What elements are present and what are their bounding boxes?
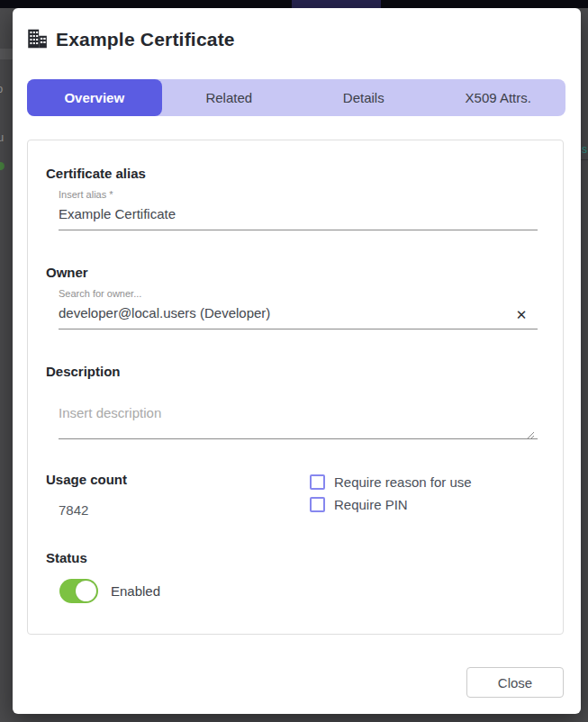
require-reason-label: Require reason for use	[334, 474, 472, 490]
require-reason-row: Require reason for use	[310, 473, 472, 491]
screen: o u s Example Cer	[0, 0, 588, 722]
owner-field-label: Search for owner...	[59, 288, 141, 299]
status-toggle[interactable]	[59, 579, 98, 603]
background-topbar-accent	[292, 0, 381, 8]
description-label: Description	[46, 364, 121, 379]
modal-title: Example Certificate	[56, 29, 235, 50]
certificate-alias-label: Certificate alias	[46, 166, 146, 181]
resize-handle-icon[interactable]	[525, 427, 535, 437]
background-remnant-text: s	[582, 144, 587, 155]
require-reason-checkbox[interactable]	[310, 474, 325, 490]
close-button[interactable]: Close	[466, 667, 564, 698]
description-textarea[interactable]	[59, 400, 538, 439]
background-remnant-text: o	[0, 83, 3, 95]
clear-owner-icon[interactable]: ✕	[512, 306, 530, 324]
tab-details[interactable]: Details	[296, 79, 431, 116]
building-icon	[25, 27, 49, 50]
usage-count-label: Usage count	[46, 472, 127, 487]
background-remnant-band	[0, 49, 13, 59]
status-label: Status	[46, 550, 87, 565]
require-pin-row: Require PIN	[310, 495, 408, 513]
require-pin-checkbox[interactable]	[310, 497, 325, 512]
tab-bar: Overview Related Details X509 Attrs.	[27, 79, 565, 116]
tab-x509-attrs[interactable]: X509 Attrs.	[431, 79, 566, 116]
status-toggle-label: Enabled	[111, 583, 160, 599]
usage-count-value: 7842	[59, 502, 88, 518]
certificate-alias-field-label: Insert alias *	[59, 189, 113, 200]
tab-overview[interactable]: Overview	[27, 79, 162, 116]
modal-header: Example Certificate	[13, 8, 581, 71]
owner-search-input[interactable]	[59, 302, 538, 329]
background-remnant-dot	[0, 162, 5, 170]
overview-form-card: Certificate alias Insert alias * Owner S…	[27, 140, 564, 635]
toggle-knob	[76, 581, 96, 601]
owner-label: Owner	[46, 265, 88, 280]
background-remnant-text: u	[0, 131, 4, 143]
certificate-modal: Example Certificate Overview Related Det…	[13, 8, 581, 714]
certificate-alias-input[interactable]	[59, 203, 538, 230]
background-remnant-divider	[581, 159, 588, 160]
require-pin-label: Require PIN	[334, 497, 408, 512]
tab-related[interactable]: Related	[162, 79, 297, 116]
